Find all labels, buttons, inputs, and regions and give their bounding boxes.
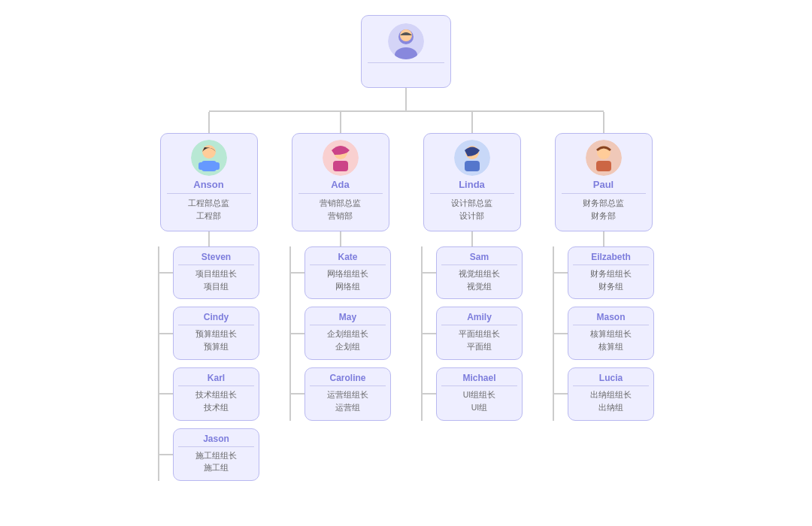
card-kate[interactable]: Kate 网络组组长网络组 bbox=[304, 246, 391, 300]
l3-divider-1 bbox=[573, 325, 649, 325]
l3-item-lucia: Lucia 出纳组组长出纳组 bbox=[553, 367, 654, 421]
l3-name-2: Michael bbox=[441, 373, 517, 383]
card-amily[interactable]: Amily 平面组组长平面组 bbox=[436, 307, 523, 360]
card-caroline[interactable]: Caroline 运营组组长运营组 bbox=[304, 367, 391, 421]
hline-caroline bbox=[289, 393, 304, 394]
card-sam[interactable]: Sam 视觉组组长视觉组 bbox=[436, 246, 523, 300]
l3-item-eilzabeth: Eilzabeth 财务组组长财务组 bbox=[553, 246, 654, 300]
vert-line-to-anson bbox=[208, 112, 210, 133]
l3-divider-1 bbox=[441, 325, 517, 325]
l3-name-3: Jason bbox=[178, 434, 254, 444]
card-paul[interactable]: Paul 财务部总监财务部 bbox=[555, 133, 653, 231]
vert-line-to-l3-ada bbox=[340, 231, 341, 246]
hline-michael bbox=[421, 393, 436, 394]
card-eilzabeth[interactable]: Eilzabeth 财务组组长财务组 bbox=[568, 246, 654, 300]
card-mason[interactable]: Mason 核算组组长核算组 bbox=[568, 307, 654, 360]
l3-item-sam: Sam 视觉组组长视觉组 bbox=[421, 246, 523, 300]
root-divider bbox=[368, 62, 444, 63]
hline-amily bbox=[421, 333, 436, 334]
l3-info-0: 财务组组长财务组 bbox=[573, 268, 649, 293]
l2-name-1: Ada bbox=[298, 179, 383, 190]
l3-name-1: Cindy bbox=[178, 312, 254, 322]
l3-item-michael: Michael UI组组长UI组 bbox=[421, 367, 523, 421]
l3-divider-0 bbox=[310, 265, 386, 265]
hline-karl bbox=[158, 393, 173, 394]
vert-line-to-l3-linda bbox=[471, 231, 473, 246]
l3-item-may: May 企划组组长企划组 bbox=[289, 307, 391, 360]
l3-item-karl: Karl 技术组组长技术组 bbox=[158, 367, 259, 421]
left-bar-cindy bbox=[158, 307, 159, 367]
card-karl[interactable]: Karl 技术组组长技术组 bbox=[173, 367, 259, 421]
l3-group-ada: Kate 网络组组长网络组 May 企划组组长企划组 Caroline 运营组组… bbox=[289, 246, 391, 421]
l3-group-anson: Steven 项目组组长项目组 Cindy 预算组组长预算组 Karl 技术组组… bbox=[158, 246, 259, 481]
l3-info-1: 平面组组长平面组 bbox=[441, 328, 517, 353]
l3-info-0: 网络组组长网络组 bbox=[310, 268, 386, 293]
card-ada[interactable]: Ada 营销部总监营销部 bbox=[292, 133, 389, 231]
l2-name-2: Linda bbox=[430, 179, 514, 190]
l3-info-0: 视觉组组长视觉组 bbox=[441, 268, 517, 293]
root-down-line bbox=[405, 88, 407, 110]
l3-divider-0 bbox=[441, 265, 517, 265]
l3-item-steven: Steven 项目组组长项目组 bbox=[158, 246, 259, 300]
root-info bbox=[368, 66, 444, 80]
left-bar-may bbox=[289, 307, 291, 367]
left-bar-michael bbox=[421, 367, 423, 421]
l3-info-2: 出纳组组长出纳组 bbox=[573, 388, 649, 414]
card-anson[interactable]: Anson 工程部总监工程部 bbox=[160, 133, 258, 231]
l2-info-3: 财务部总监财务部 bbox=[562, 197, 646, 223]
l3-info-0: 项目组组长项目组 bbox=[178, 268, 254, 293]
l2-name-3: Paul bbox=[562, 179, 646, 190]
l2-divider-2 bbox=[430, 193, 514, 194]
left-bar-amily bbox=[421, 307, 423, 367]
card-linda[interactable]: Linda 设计部总监设计部 bbox=[423, 133, 521, 231]
card-jason[interactable]: Jason 施工组组长施工组 bbox=[173, 428, 259, 482]
left-bar-mason bbox=[553, 307, 554, 367]
l3-name-0: Sam bbox=[441, 252, 517, 262]
l3-info-3: 施工组组长施工组 bbox=[178, 449, 254, 475]
hline-mason bbox=[553, 333, 568, 334]
card-may[interactable]: May 企划组组长企划组 bbox=[304, 307, 391, 360]
card-cindy[interactable]: Cindy 预算组组长预算组 bbox=[173, 307, 259, 360]
l3-name-2: Lucia bbox=[573, 373, 649, 383]
l2-row: Anson 工程部总监工程部 Steven 项目组组长项目组 Cindy 预算组… bbox=[8, 112, 804, 482]
l3-item-kate: Kate 网络组组长网络组 bbox=[289, 246, 391, 300]
l2-info-2: 设计部总监设计部 bbox=[430, 197, 514, 223]
l2-info-1: 营销部总监营销部 bbox=[298, 197, 383, 223]
card-steven[interactable]: Steven 项目组组长项目组 bbox=[173, 246, 259, 300]
vert-line-to-paul bbox=[603, 112, 604, 133]
left-bar-karl bbox=[158, 367, 159, 428]
l2-divider-1 bbox=[298, 193, 383, 194]
l3-name-0: Steven bbox=[178, 252, 254, 262]
l3-divider-2 bbox=[441, 385, 517, 386]
left-bar-eilzabeth bbox=[553, 246, 554, 307]
svg-rect-7 bbox=[198, 162, 205, 170]
hline-kate bbox=[289, 272, 304, 274]
l3-divider-0 bbox=[178, 265, 254, 265]
l3-name-2: Karl bbox=[178, 373, 254, 383]
hline-steven bbox=[158, 272, 173, 274]
l3-item-caroline: Caroline 运营组组长运营组 bbox=[289, 367, 391, 421]
l2-col-linda: Linda 设计部总监设计部 Sam 视觉组组长视觉组 Amily 平面组组长平… bbox=[406, 112, 538, 421]
card-lucia[interactable]: Lucia 出纳组组长出纳组 bbox=[568, 367, 654, 421]
l3-divider-3 bbox=[178, 446, 254, 447]
hline-jason bbox=[158, 454, 173, 455]
l3-item-amily: Amily 平面组组长平面组 bbox=[421, 307, 523, 360]
left-bar-caroline bbox=[289, 367, 291, 421]
card-root[interactable] bbox=[361, 15, 451, 88]
hline-lucia bbox=[553, 393, 568, 394]
l3-name-1: May bbox=[310, 312, 386, 322]
svg-rect-8 bbox=[214, 162, 220, 170]
l3-name-0: Eilzabeth bbox=[573, 252, 649, 262]
left-bar-steven bbox=[158, 246, 159, 307]
l3-divider-0 bbox=[573, 265, 649, 265]
card-michael[interactable]: Michael UI组组长UI组 bbox=[436, 367, 523, 421]
l3-info-1: 预算组组长预算组 bbox=[178, 328, 254, 353]
hline-may bbox=[289, 333, 304, 334]
l2-col-anson: Anson 工程部总监工程部 Steven 项目组组长项目组 Cindy 预算组… bbox=[143, 112, 274, 482]
hline-sam bbox=[421, 272, 436, 274]
l2-name-0: Anson bbox=[167, 179, 251, 190]
l3-name-1: Mason bbox=[573, 312, 649, 322]
l2-info-0: 工程部总监工程部 bbox=[167, 197, 251, 223]
l3-divider-1 bbox=[310, 325, 386, 325]
root-section bbox=[361, 15, 451, 110]
